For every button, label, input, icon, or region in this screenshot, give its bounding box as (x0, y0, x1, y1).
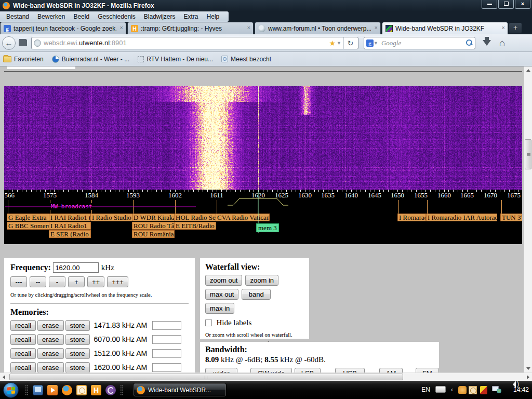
vertical-scrollbar[interactable] (524, 66, 532, 373)
media-player-icon[interactable] (47, 385, 58, 395)
tray-expand-icon[interactable]: ‹ (451, 386, 453, 393)
freq-step-button-6[interactable]: +++ (107, 276, 128, 287)
memory-recall-button[interactable]: recall (10, 348, 36, 359)
restore-button[interactable] (498, 0, 514, 9)
tray-alert-icon[interactable] (480, 386, 487, 394)
mode-button-fm[interactable]: FM (416, 368, 439, 373)
mode-button-cw-wide[interactable]: CW-wide (250, 368, 292, 373)
tab-close-icon[interactable]: × (502, 24, 505, 31)
scroll-right-button[interactable] (524, 373, 532, 381)
zoom-out-button[interactable]: zoom out (205, 275, 242, 286)
menu-item-beeld[interactable]: Beeld (69, 11, 94, 22)
minimize-button[interactable] (482, 0, 497, 9)
tab-4-active[interactable]: Wide-band WebSDR in JO32KF× (382, 22, 508, 34)
url-text: websdr.ewi.utwente.nl:8901 (44, 39, 127, 47)
bittorrent-icon[interactable] (105, 385, 116, 395)
window-titlebar[interactable]: Wide-band WebSDR in JO32KF - Mozilla Fir… (0, 0, 532, 11)
search-input[interactable] (380, 38, 466, 48)
tab-close-icon[interactable]: × (247, 24, 250, 31)
menu-item-bestand[interactable]: Bestand (2, 11, 33, 22)
bookmark-item-1[interactable]: Favorieten (3, 56, 44, 63)
scroll-up-button[interactable] (524, 66, 532, 75)
close-button[interactable]: × (515, 0, 530, 9)
new-tab-button[interactable]: + (509, 23, 522, 33)
memory-name-input[interactable] (152, 363, 181, 372)
freq-step-button-1[interactable]: --- (10, 276, 27, 287)
horizontal-scrollbar[interactable] (0, 373, 532, 381)
waterfall-display[interactable] (4, 86, 522, 190)
clock-app-icon[interactable] (76, 385, 87, 395)
mode-button-usb[interactable]: USB (335, 368, 365, 373)
mode-button-wider[interactable]: wider (205, 368, 237, 373)
memory-store-button[interactable]: store (65, 320, 90, 331)
menu-item-help[interactable]: Help (203, 11, 224, 22)
tab-1[interactable]: gtapperij teun facebook - Google zoek...… (0, 22, 126, 34)
back-button[interactable]: ← (2, 36, 16, 50)
hyves-icon[interactable]: H (91, 385, 101, 395)
mode-button-lsb[interactable]: LSB (295, 368, 321, 373)
search-engine-dropdown-icon[interactable]: ▼ (374, 41, 378, 46)
freq-step-button-3[interactable]: - (49, 276, 65, 287)
memory-erase-button[interactable]: erase (37, 362, 64, 373)
freq-step-button-2[interactable]: -- (30, 276, 46, 287)
memory-name-input[interactable] (152, 321, 181, 330)
menu-item-bewerken[interactable]: Bewerken (33, 11, 69, 22)
menu-item-geschiedenis[interactable]: Geschiedenis (94, 11, 140, 22)
memory-erase-button[interactable]: erase (37, 348, 64, 359)
memory-marker-label[interactable]: mem 3 (256, 223, 279, 232)
home-button[interactable]: ⌂ (499, 38, 505, 48)
bookmark-item-2[interactable]: Buienradar.nl - Weer - ... (52, 56, 130, 63)
memory-store-button[interactable]: store (65, 334, 90, 345)
horizontal-scrollbar-thumb[interactable] (9, 374, 403, 380)
memory-recall-button[interactable]: recall (10, 362, 36, 373)
frequency-scale[interactable]: MW broadcast mem 3 156615751584159316021… (4, 190, 522, 244)
urlbar-dropdown-icon[interactable]: ▼ (337, 41, 341, 46)
firefox-icon[interactable] (62, 385, 72, 395)
zoom-in-button[interactable]: zoom in (245, 275, 278, 286)
taskbar-window-button[interactable]: Wide-band WebSDR... (133, 383, 227, 397)
max-in-button[interactable]: max in (205, 303, 234, 314)
downloads-button[interactable] (483, 40, 491, 46)
show-desktop-icon[interactable] (33, 385, 43, 395)
menu-item-bladwijzers[interactable]: Bladwijzers (140, 11, 180, 22)
max-out-button[interactable]: max out (205, 289, 238, 300)
search-engine-icon[interactable]: g (366, 39, 374, 47)
tab-close-icon[interactable]: × (120, 24, 123, 31)
freq-step-button-4[interactable]: + (68, 276, 85, 287)
band-button[interactable]: band (242, 289, 271, 300)
url-bar[interactable]: websdr.ewi.utwente.nl:8901 ★ ▼ ↻ (31, 37, 358, 49)
bookmark-item-4[interactable]: Meest bezocht (221, 56, 271, 63)
memory-erase-button[interactable]: erase (37, 320, 64, 331)
search-icon[interactable] (466, 39, 473, 46)
tray-clock-icon[interactable] (469, 386, 477, 394)
scroll-left-button[interactable] (0, 373, 8, 381)
start-button[interactable] (3, 382, 19, 398)
memory-name-input[interactable] (152, 335, 181, 344)
memory-erase-button[interactable]: erase (37, 334, 64, 345)
tab-close-icon[interactable]: × (375, 24, 378, 31)
freq-step-button-5[interactable]: ++ (87, 276, 104, 287)
keyboard-layout-icon[interactable] (435, 386, 446, 393)
search-bar[interactable]: g ▼ (364, 37, 475, 49)
clock-time[interactable]: 14:42 (513, 386, 529, 393)
vertical-scrollbar-thumb[interactable] (525, 139, 531, 169)
tray-hand-icon[interactable] (458, 386, 467, 394)
reload-button[interactable]: ↻ (343, 37, 357, 49)
menu-item-extra[interactable]: Extra (180, 11, 203, 22)
bookmark-item-3[interactable]: RTV Hattem - De nieu... (138, 56, 213, 63)
memory-name-input[interactable] (152, 349, 181, 358)
memory-recall-button[interactable]: recall (10, 334, 36, 345)
memory-recall-button[interactable]: recall (10, 320, 36, 331)
site-identity-icon[interactable] (19, 40, 27, 46)
frequency-input[interactable] (53, 262, 99, 273)
mode-button-am[interactable]: AM (379, 368, 403, 373)
memory-store-button[interactable]: store (65, 348, 90, 359)
hide-labels-checkbox[interactable] (205, 320, 212, 326)
language-indicator[interactable]: EN (421, 386, 430, 393)
tab-2[interactable]: H:tramp: G€rt:juggling: - Hyves× (127, 22, 254, 34)
scroll-down-button[interactable] (524, 364, 532, 373)
bookmark-star-icon[interactable]: ★ (329, 39, 336, 47)
tab-3[interactable]: www.am-forum.nl • Toon onderwerp...× (255, 22, 381, 34)
memory-store-button[interactable]: store (65, 362, 90, 373)
network-icon[interactable] (492, 386, 501, 393)
